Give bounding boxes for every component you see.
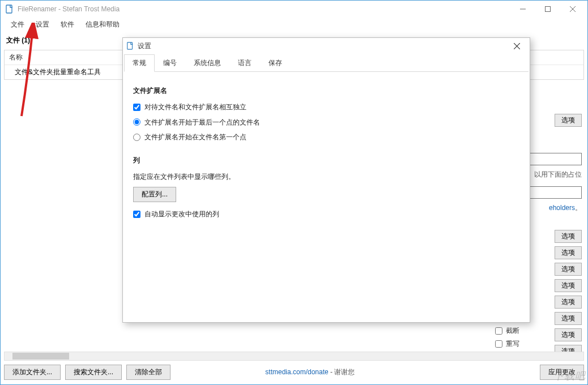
option-button[interactable]: 选项 bbox=[555, 296, 582, 309]
side-text-input[interactable] bbox=[525, 153, 582, 165]
thanks-text: - 谢谢您 bbox=[329, 368, 355, 376]
svg-rect-5 bbox=[127, 42, 133, 49]
checkbox-independent-ext[interactable]: 对待文件名和文件扩展名相互独立 bbox=[133, 101, 519, 114]
option-button[interactable]: 选项 bbox=[555, 263, 582, 276]
option-button[interactable]: 选项 bbox=[555, 279, 582, 292]
checkbox-input[interactable] bbox=[133, 211, 140, 218]
checkbox-label: 自动显示更改中使用的列 bbox=[144, 208, 219, 221]
menubar: 文件 设置 软件 信息和帮助 bbox=[1, 18, 587, 31]
radio-ext-last-dot[interactable]: 文件扩展名开始于最后一个点的文件名 bbox=[133, 116, 519, 129]
watermark: 下载吧 bbox=[553, 369, 586, 383]
footer-text: sttmedia.com/donate - 谢谢您 bbox=[265, 367, 355, 377]
maximize-button[interactable] bbox=[535, 1, 560, 17]
option-button[interactable]: 选项 bbox=[555, 114, 582, 127]
tab-general[interactable]: 常规 bbox=[124, 54, 155, 72]
radio-input[interactable] bbox=[133, 134, 140, 141]
donate-link[interactable]: sttmedia.com/donate bbox=[265, 368, 328, 376]
window-controls bbox=[510, 1, 585, 17]
add-folder-button[interactable]: 添加文件夹... bbox=[4, 365, 61, 380]
checkbox-label: 重写 bbox=[506, 339, 519, 349]
window-title: FileRenamer - Stefan Trost Media bbox=[18, 5, 510, 13]
dialog-title: 设置 bbox=[138, 41, 507, 51]
option-button[interactable]: 选项 bbox=[555, 230, 582, 243]
app-icon bbox=[5, 5, 14, 14]
columns-description: 指定应在文件列表中显示哪些列。 bbox=[133, 170, 519, 183]
bottom-bar: 添加文件夹... 搜索文件夹... 清除全部 sttmedia.com/dona… bbox=[4, 365, 584, 380]
dialog-body: 文件扩展名 对待文件名和文件扩展名相互独立 文件扩展名开始于最后一个点的文件名 … bbox=[123, 72, 530, 232]
dialog-close-button[interactable] bbox=[507, 39, 526, 53]
clear-all-button[interactable]: 清除全部 bbox=[126, 365, 171, 380]
option-button[interactable]: 选项 bbox=[555, 312, 582, 325]
search-files-button[interactable]: 搜索文件夹... bbox=[65, 365, 122, 380]
checkbox-rewrite[interactable]: 重写 bbox=[495, 337, 519, 350]
tab-save[interactable]: 保存 bbox=[260, 54, 291, 72]
radio-input[interactable] bbox=[133, 118, 140, 126]
scrollbar-thumb[interactable] bbox=[12, 353, 69, 360]
dialog-icon bbox=[126, 42, 134, 50]
tab-numbering[interactable]: 编号 bbox=[155, 54, 185, 72]
svg-rect-2 bbox=[546, 7, 551, 12]
checkbox-input[interactable] bbox=[133, 104, 140, 111]
settings-dialog: 设置 常规 编号 系统信息 语言 保存 文件扩展名 对待文件名和文件扩展名相互独… bbox=[122, 37, 530, 323]
tab-sysinfo[interactable]: 系统信息 bbox=[185, 54, 229, 72]
checkbox-auto-columns[interactable]: 自动显示更改中使用的列 bbox=[133, 208, 519, 221]
close-button[interactable] bbox=[560, 1, 585, 17]
menu-file[interactable]: 文件 bbox=[5, 18, 30, 31]
option-button[interactable]: 选项 bbox=[555, 246, 582, 259]
menu-settings[interactable]: 设置 bbox=[30, 18, 55, 31]
checkbox-label: 截断 bbox=[506, 326, 519, 336]
minimize-button[interactable] bbox=[510, 1, 535, 17]
menu-software[interactable]: 软件 bbox=[55, 18, 80, 31]
radio-label: 文件扩展名开始在文件名第一个点 bbox=[144, 131, 246, 144]
horizontal-scrollbar[interactable] bbox=[4, 352, 584, 361]
radio-label: 文件扩展名开始于最后一个点的文件名 bbox=[144, 116, 260, 129]
side-text-input-2[interactable] bbox=[525, 186, 582, 199]
titlebar: FileRenamer - Stefan Trost Media bbox=[1, 1, 587, 18]
checkbox-truncate[interactable]: 截断 bbox=[495, 324, 519, 337]
tab-language[interactable]: 语言 bbox=[229, 54, 260, 72]
right-checkboxes: 截断 重写 bbox=[495, 324, 519, 350]
section-title-extension: 文件扩展名 bbox=[133, 84, 519, 97]
dialog-titlebar: 设置 bbox=[123, 38, 530, 54]
radio-ext-first-dot[interactable]: 文件扩展名开始在文件名第一个点 bbox=[133, 131, 519, 144]
menu-help[interactable]: 信息和帮助 bbox=[80, 18, 125, 31]
configure-columns-button[interactable]: 配置列... bbox=[133, 187, 176, 202]
section-title-columns: 列 bbox=[133, 154, 519, 167]
checkbox-label: 对待文件名和文件扩展名相互独立 bbox=[144, 101, 246, 114]
option-button[interactable]: 选项 bbox=[555, 328, 582, 341]
dialog-tabs: 常规 编号 系统信息 语言 保存 bbox=[124, 54, 529, 72]
svg-rect-0 bbox=[6, 5, 12, 13]
placeholders-link[interactable]: eholders bbox=[549, 204, 575, 212]
